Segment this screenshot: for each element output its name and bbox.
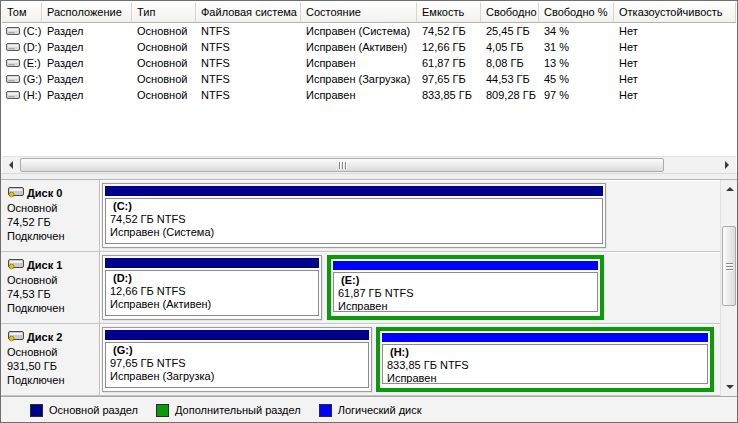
scroll-up-button[interactable] — [721, 180, 738, 197]
column-header-filesystem[interactable]: Файловая система — [196, 2, 301, 23]
volume-capacity: 12,66 ГБ — [417, 41, 481, 53]
scroll-down-button[interactable] — [721, 379, 738, 396]
volume-free: 44,53 ГБ — [481, 73, 539, 85]
volume-status: Исправен — [301, 89, 417, 101]
vertical-scroll-thumb[interactable] — [722, 226, 736, 306]
partition-info: 833,85 ГБ NTFS — [387, 359, 703, 372]
partition-status: Исправен (Система) — [110, 226, 598, 239]
disk-status: Подключен — [7, 229, 97, 243]
volume-row-c[interactable]: (C:) Раздел Основной NTFS Исправен (Сист… — [2, 23, 736, 39]
volume-location: Раздел — [42, 41, 132, 53]
disk-row-1: Диск 1 Основной 74,53 ГБ Подключен (D:) … — [1, 252, 720, 324]
partition-h[interactable]: (H:) 833,85 ГБ NTFS Исправен — [376, 327, 714, 392]
vertical-scroll-track[interactable] — [721, 197, 737, 379]
partition-label: (G:) — [110, 344, 364, 357]
volume-capacity: 833,85 ГБ — [417, 89, 481, 101]
disk-icon — [7, 257, 25, 272]
partition-d[interactable]: (D:) 12,66 ГБ NTFS Исправен (Активен) — [102, 255, 322, 320]
graphical-view-pane: Диск 0 Основной 74,52 ГБ Подключен (C:) … — [1, 180, 737, 422]
extended-partition-swatch — [156, 404, 169, 417]
arrow-left-icon — [5, 161, 13, 169]
volume-fault-tolerance: Нет — [614, 73, 736, 85]
volume-type: Основной — [132, 73, 196, 85]
volume-capacity: 61,87 ГБ — [417, 57, 481, 69]
disk-status: Подключен — [7, 373, 97, 387]
arrow-up-icon — [726, 183, 734, 191]
column-header-fault-tolerance[interactable]: Отказоустойчивость — [614, 2, 736, 23]
volume-capacity: 74,52 ГБ — [417, 25, 481, 37]
disk-size: 74,52 ГБ — [7, 215, 97, 229]
volume-row-e[interactable]: (E:) Раздел Основной NTFS Исправен 61,87… — [2, 55, 736, 71]
legend-bar: Основной раздел Дополнительный раздел Ло… — [1, 396, 737, 422]
horizontal-scroll-track[interactable] — [19, 157, 719, 173]
disk-1-header[interactable]: Диск 1 Основной 74,53 ГБ Подключен — [1, 252, 100, 323]
partition-c[interactable]: (C:) 74,52 ГБ NTFS Исправен (Система) — [102, 183, 606, 248]
logical-disk-band — [382, 333, 708, 342]
column-header-status[interactable]: Состояние — [301, 2, 417, 23]
volume-fs: NTFS — [196, 25, 301, 37]
volume-row-h[interactable]: (H:) Раздел Основной NTFS Исправен 833,8… — [2, 87, 736, 103]
volume-free-pct: 45 % — [539, 73, 614, 85]
volume-location: Раздел — [42, 89, 132, 101]
disk-name: Диск 0 — [27, 187, 62, 199]
volume-type: Основной — [132, 57, 196, 69]
column-header-type[interactable]: Тип — [132, 2, 196, 23]
horizontal-scroll-thumb[interactable] — [20, 158, 664, 172]
volume-free: 8,08 ГБ — [481, 57, 539, 69]
volume-type: Основной — [132, 25, 196, 37]
disk-row-0: Диск 0 Основной 74,52 ГБ Подключен (C:) … — [1, 180, 720, 252]
vertical-scrollbar[interactable] — [720, 180, 737, 396]
column-header-capacity[interactable]: Емкость — [417, 2, 481, 23]
pane-splitter[interactable] — [1, 173, 737, 180]
volume-list-empty-area — [2, 103, 736, 156]
volume-icon — [6, 89, 20, 102]
disk-2-header[interactable]: Диск 2 Основной 931,50 ГБ Подключен — [1, 324, 100, 395]
primary-partition-band — [105, 258, 319, 268]
column-header-free-pct[interactable]: Свободно % — [539, 2, 614, 23]
disk-1-partition-zone: (D:) 12,66 ГБ NTFS Исправен (Активен) (E… — [100, 252, 720, 323]
volume-free: 25,45 ГБ — [481, 25, 539, 37]
volume-status: Исправен — [301, 57, 417, 69]
volume-capacity: 97,65 ГБ — [417, 73, 481, 85]
primary-partition-band — [105, 330, 369, 340]
column-header-location[interactable]: Расположение — [42, 2, 132, 23]
volume-label: (H:) — [23, 89, 41, 101]
scroll-right-button[interactable] — [719, 157, 736, 173]
disk-0-header[interactable]: Диск 0 Основной 74,52 ГБ Подключен — [1, 180, 100, 251]
column-header-volume[interactable]: Том — [2, 2, 42, 23]
volume-fault-tolerance: Нет — [614, 57, 736, 69]
partition-g[interactable]: (G:) 97,65 ГБ NTFS Исправен (Загрузка) — [102, 327, 372, 392]
volume-fs: NTFS — [196, 41, 301, 53]
volume-list-header: Том Расположение Тип Файловая система Со… — [2, 2, 736, 23]
scroll-left-button[interactable] — [2, 157, 19, 173]
volume-row-g[interactable]: (G:) Раздел Основной NTFS Исправен (Загр… — [2, 71, 736, 87]
disk-name: Диск 1 — [27, 259, 62, 271]
disk-type: Основной — [7, 273, 97, 287]
horizontal-scrollbar[interactable] — [2, 156, 736, 173]
volume-free-pct: 97 % — [539, 89, 614, 101]
partition-e[interactable]: (E:) 61,87 ГБ NTFS Исправен — [327, 255, 604, 320]
partition-status: Исправен — [338, 300, 593, 312]
disk-management-window: Том Расположение Тип Файловая система Со… — [0, 0, 738, 423]
disk-name: Диск 2 — [27, 331, 62, 343]
logical-disk-band — [333, 261, 598, 270]
disk-size: 931,50 ГБ — [7, 359, 97, 373]
disk-icon — [7, 329, 25, 344]
volume-label: (G:) — [23, 73, 42, 85]
volume-label: (C:) — [23, 25, 41, 37]
volume-icon — [6, 57, 20, 70]
volume-icon — [6, 41, 20, 54]
volume-type: Основной — [132, 41, 196, 53]
volume-row-d[interactable]: (D:) Раздел Основной NTFS Исправен (Акти… — [2, 39, 736, 55]
volume-status: Исправен (Загрузка) — [301, 73, 417, 85]
logical-disk-swatch — [319, 404, 332, 417]
volume-list-pane: Том Расположение Тип Файловая система Со… — [1, 1, 737, 173]
legend-label: Дополнительный раздел — [175, 404, 301, 416]
volume-type: Основной — [132, 89, 196, 101]
partition-info: 74,52 ГБ NTFS — [110, 213, 598, 226]
volume-fs: NTFS — [196, 73, 301, 85]
disk-size: 74,53 ГБ — [7, 287, 97, 301]
primary-partition-band — [105, 186, 603, 196]
volume-location: Раздел — [42, 57, 132, 69]
column-header-free[interactable]: Свободно — [481, 2, 539, 23]
